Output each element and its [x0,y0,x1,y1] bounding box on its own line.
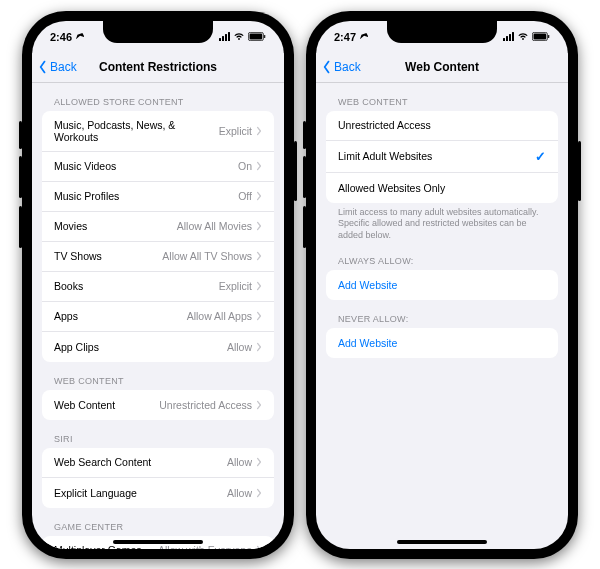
svg-rect-5 [548,35,549,38]
back-button[interactable]: Back [316,60,361,74]
row-value: Allow [227,456,252,468]
home-indicator[interactable] [113,540,203,544]
chevron-right-icon [256,457,262,467]
cellular-icon [219,32,230,41]
row-tvshows[interactable]: TV Shows Allow All TV Shows [42,242,274,272]
chevron-right-icon [256,281,262,291]
row-value: Allow with Everyone [158,544,252,549]
location-icon [75,32,84,41]
row-value: Allow [227,341,252,353]
row-label: Apps [54,310,78,322]
cellular-icon [503,32,514,41]
group-siri: Web Search Content Allow Explicit Langua… [42,448,274,508]
row-value: Explicit [219,125,252,137]
back-button[interactable]: Back [32,60,77,74]
chevron-right-icon [256,400,262,410]
row-apps[interactable]: Apps Allow All Apps [42,302,274,332]
battery-icon [532,32,550,41]
row-label: Movies [54,220,87,232]
volume-up [303,156,306,198]
wifi-icon [517,32,529,41]
row-label: Add Website [338,337,397,349]
notch [387,21,497,43]
row-add-website-never[interactable]: Add Website [326,328,558,358]
row-label: Add Website [338,279,397,291]
row-label: TV Shows [54,250,102,262]
chevron-right-icon [256,311,262,321]
section-header-web: WEB CONTENT [32,362,284,390]
status-time: 2:47 [334,31,356,43]
row-unrestricted[interactable]: Unrestricted Access [326,111,558,141]
location-icon [359,32,368,41]
row-value: Allow All Movies [177,220,252,232]
row-label: Unrestricted Access [338,119,431,131]
chevron-right-icon [256,191,262,201]
svg-rect-1 [250,34,263,40]
chevron-right-icon [256,126,262,136]
row-books[interactable]: Books Explicit [42,272,274,302]
row-label: Web Content [54,399,115,411]
settings-content[interactable]: ALLOWED STORE CONTENT Music, Podcasts, N… [32,83,284,549]
group-always: Add Website [326,270,558,300]
chevron-left-icon [38,60,48,74]
row-add-website-always[interactable]: Add Website [326,270,558,300]
chevron-right-icon [256,161,262,171]
wifi-icon [233,32,245,41]
row-appclips[interactable]: App Clips Allow [42,332,274,362]
chevron-right-icon [256,251,262,261]
row-explicit-lang[interactable]: Explicit Language Allow [42,478,274,508]
page-title: Web Content [405,60,479,74]
group-store: Music, Podcasts, News, & Workouts Explic… [42,111,274,362]
volume-up [19,156,22,198]
row-music-podcasts[interactable]: Music, Podcasts, News, & Workouts Explic… [42,111,274,152]
section-header-always: ALWAYS ALLOW: [316,242,568,270]
row-music-videos[interactable]: Music Videos On [42,152,274,182]
row-value: On [238,160,252,172]
row-music-profiles[interactable]: Music Profiles Off [42,182,274,212]
row-web-content[interactable]: Web Content Unrestricted Access [42,390,274,420]
notch [103,21,213,43]
row-value: Unrestricted Access [159,399,252,411]
back-label: Back [334,60,361,74]
power-button [578,141,581,201]
chevron-right-icon [256,488,262,498]
row-allowed-only[interactable]: Allowed Websites Only [326,173,558,203]
section-header-store: ALLOWED STORE CONTENT [32,83,284,111]
section-header-gamecenter: GAME CENTER [32,508,284,536]
row-web-search[interactable]: Web Search Content Allow [42,448,274,478]
silent-switch [19,121,22,149]
row-movies[interactable]: Movies Allow All Movies [42,212,274,242]
row-label: Music Profiles [54,190,119,202]
row-label: Multiplayer Games [54,544,142,549]
row-label: Limit Adult Websites [338,150,432,162]
chevron-right-icon [256,221,262,231]
row-value: Allow [227,487,252,499]
status-time: 2:46 [50,31,72,43]
row-label: App Clips [54,341,99,353]
row-value: Explicit [219,280,252,292]
row-label: Explicit Language [54,487,137,499]
page-title: Content Restrictions [99,60,217,74]
section-footer-webcontent: Limit access to many adult websites auto… [316,203,568,242]
row-label: Music Videos [54,160,116,172]
battery-icon [248,32,266,41]
settings-content[interactable]: WEB CONTENT Unrestricted Access Limit Ad… [316,83,568,549]
row-value: Allow All Apps [187,310,252,322]
section-header-webcontent: WEB CONTENT [316,83,568,111]
back-label: Back [50,60,77,74]
section-header-never: NEVER ALLOW: [316,300,568,328]
chevron-right-icon [256,342,262,352]
row-label: Web Search Content [54,456,151,468]
chevron-left-icon [322,60,332,74]
home-indicator[interactable] [397,540,487,544]
section-header-siri: SIRI [32,420,284,448]
svg-rect-4 [534,34,547,40]
chevron-right-icon [256,545,262,549]
row-label: Books [54,280,83,292]
row-limit-adult[interactable]: Limit Adult Websites ✓ [326,141,558,173]
group-web: Web Content Unrestricted Access [42,390,274,420]
silent-switch [303,121,306,149]
row-value: Off [238,190,252,202]
group-webcontent: Unrestricted Access Limit Adult Websites… [326,111,558,203]
volume-down [19,206,22,248]
